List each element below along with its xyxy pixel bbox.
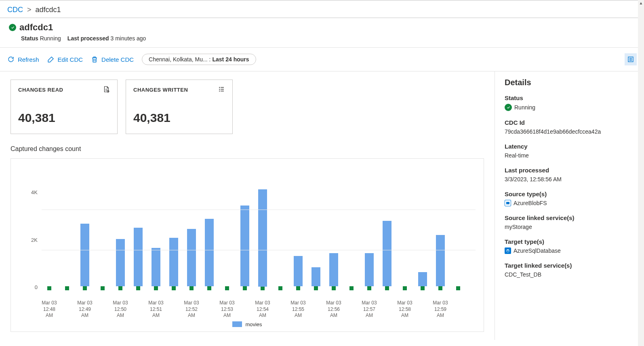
document-icon xyxy=(103,86,110,94)
last-processed-label: Last processed xyxy=(67,35,109,42)
chart-bar xyxy=(308,189,324,290)
details-sourcelinked-value: myStorage xyxy=(505,224,634,230)
refresh-icon xyxy=(7,56,15,63)
chart-container: 4K2K0 Mar 0312:48AMMar 0312:49AMMar 0312… xyxy=(11,158,484,332)
changes-written-card: CHANGES WRITTEN 40,381 xyxy=(126,80,233,134)
delete-cdc-button[interactable]: Delete CDC xyxy=(91,56,134,63)
status-value: Running xyxy=(40,35,61,42)
last-processed-value: 3 minutes ago xyxy=(110,35,146,42)
changes-written-title: CHANGES WRITTEN xyxy=(133,87,188,93)
details-latency-value: Real-time xyxy=(505,152,634,159)
details-lastprocessed-value: 3/3/2023, 12:58:56 AM xyxy=(505,176,634,182)
changes-read-card: CHANGES READ 40,381 xyxy=(11,80,118,134)
legend-swatch-movies xyxy=(232,321,242,327)
chart-bar xyxy=(237,189,253,290)
chart-bar xyxy=(415,189,430,290)
changes-written-value: 40,381 xyxy=(133,111,225,125)
details-panel: Details Status Running CDC Id 79cda36661… xyxy=(495,71,644,340)
details-sourcetypes-value: AzureBlobFS xyxy=(514,200,547,206)
details-targetlinked-label: Target linked service(s) xyxy=(505,262,634,269)
chart-bar xyxy=(202,189,217,290)
details-sourcelinked-label: Source linked service(s) xyxy=(505,214,634,221)
chart-bar xyxy=(290,189,306,290)
svg-rect-5 xyxy=(506,202,509,204)
chart-bar xyxy=(362,189,377,290)
details-panel-toggle[interactable] xyxy=(625,53,637,65)
status-label-row: Status Running xyxy=(21,35,61,42)
chart-bar xyxy=(379,189,395,290)
chart-bar xyxy=(326,189,341,290)
breadcrumb: CDC > adfcdc1 xyxy=(0,0,644,18)
breadcrumb-separator: > xyxy=(27,6,32,14)
chart-bar xyxy=(148,189,164,290)
details-status-value: Running xyxy=(514,104,535,111)
chart-bar xyxy=(95,189,110,290)
chart-plot xyxy=(42,167,476,300)
details-cdcid-value: 79cda366618f4d1e9ab66decfccea42a xyxy=(505,128,634,135)
details-targettypes-value: AzureSqlDatabase xyxy=(514,247,561,254)
details-latency-label: Latency xyxy=(505,143,634,150)
scroll-up-icon[interactable]: ▲ xyxy=(639,1,643,5)
chart-bar xyxy=(219,189,235,290)
breadcrumb-root[interactable]: CDC xyxy=(7,6,23,14)
blobfs-icon xyxy=(505,200,511,206)
status-label: Status xyxy=(21,35,38,42)
chart-bar xyxy=(59,189,75,290)
chart-bar xyxy=(273,189,288,290)
last-processed-row: Last processed 3 minutes ago xyxy=(67,35,146,42)
details-heading: Details xyxy=(505,78,634,87)
changes-read-value: 40,381 xyxy=(18,111,110,125)
chart-bar xyxy=(397,189,412,290)
chart-y-axis: 4K2K0 xyxy=(19,167,42,300)
timezone-prefix: Chennai, Kolkata, Mu... xyxy=(149,56,208,63)
legend-label-movies: movies xyxy=(245,321,262,327)
delete-cdc-label: Delete CDC xyxy=(101,56,134,63)
svg-point-6 xyxy=(507,250,509,251)
chart-bar xyxy=(113,189,128,290)
details-targetlinked-value: CDC_Test_DB xyxy=(505,271,634,278)
details-lastprocessed-label: Last processed xyxy=(505,167,634,174)
chart-bar xyxy=(130,189,146,290)
chart-bar xyxy=(166,189,181,290)
chart-title: Captured changes count xyxy=(11,145,484,153)
scrollbar[interactable]: ▲ xyxy=(638,0,644,340)
chart-bar xyxy=(184,189,199,290)
chart-bar xyxy=(433,189,448,290)
details-targettypes-label: Target type(s) xyxy=(505,238,634,245)
details-cdcid-label: CDC Id xyxy=(505,119,634,126)
toolbar: Refresh Edit CDC Delete CDC Chennai, Kol… xyxy=(0,48,644,71)
sqldb-icon xyxy=(505,247,511,254)
changes-read-title: CHANGES READ xyxy=(18,87,63,93)
status-success-icon xyxy=(9,24,16,31)
panel-icon xyxy=(627,56,634,63)
details-status-label: Status xyxy=(505,94,634,101)
chart-bar xyxy=(450,189,466,290)
delete-icon xyxy=(91,56,98,63)
breadcrumb-current: adfcdc1 xyxy=(36,6,61,14)
timezone-sep: : xyxy=(209,56,211,63)
details-sourcetypes-label: Source type(s) xyxy=(505,191,634,197)
refresh-button[interactable]: Refresh xyxy=(7,56,39,63)
chart-bar xyxy=(42,189,57,290)
chart-bar xyxy=(344,189,359,290)
timezone-range: Last 24 hours xyxy=(213,56,249,63)
status-success-icon xyxy=(505,104,512,111)
list-icon xyxy=(218,86,225,94)
refresh-label: Refresh xyxy=(18,56,39,63)
chart-legend: movies xyxy=(19,321,476,327)
chart-bar xyxy=(77,189,93,290)
edit-icon xyxy=(47,56,55,63)
timezone-range-pill[interactable]: Chennai, Kolkata, Mu... : Last 24 hours xyxy=(142,54,256,65)
edit-cdc-label: Edit CDC xyxy=(58,56,83,63)
edit-cdc-button[interactable]: Edit CDC xyxy=(47,56,83,63)
chart-bar xyxy=(255,189,270,290)
chart-x-axis: Mar 0312:48AMMar 0312:49AMMar 0312:50AMM… xyxy=(42,300,466,319)
page-title: adfcdc1 xyxy=(19,22,53,33)
